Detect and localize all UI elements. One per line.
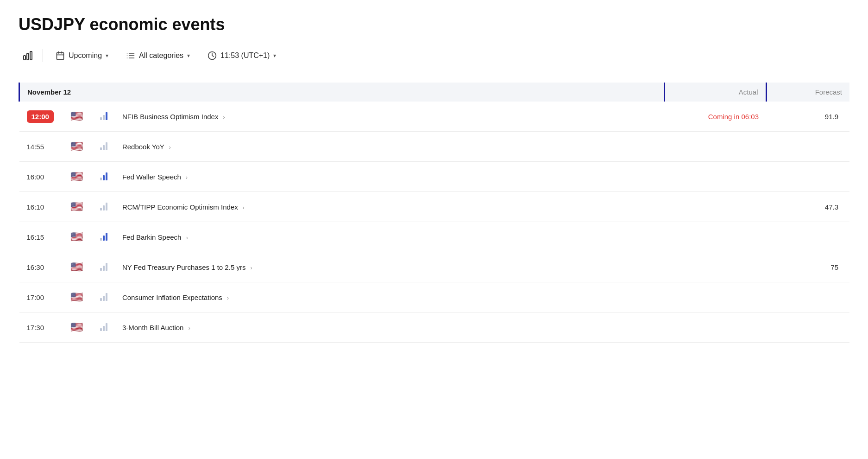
table-row[interactable]: 17:30🇺🇸 3-Month Bill Auction › [19,312,850,343]
table-row[interactable]: 16:15🇺🇸 Fed Barkin Speech › [19,222,850,252]
importance-bar-3 [106,112,107,120]
event-expand-chevron: › [251,265,252,271]
event-expand-chevron: › [223,114,225,121]
event-forecast: 47.3 [766,192,849,222]
event-time: 16:15 [19,222,61,252]
clock-icon [208,51,217,60]
importance-bar-3 [106,263,107,271]
event-actual [664,192,766,222]
events-table: November 12 Actual Forecast 12:00🇺🇸 NFIB… [19,83,849,343]
importance-bar-1 [100,178,102,180]
importance-bar-2 [103,115,105,120]
event-importance [93,102,115,132]
event-importance [93,222,115,252]
event-time: 16:30 [19,252,61,282]
flag-icon: 🇺🇸 [69,289,85,306]
event-name[interactable]: Redbook YoY › [115,132,664,162]
event-forecast [766,222,849,252]
event-name[interactable]: NY Fed Treasury Purchases 1 to 2.5 yrs › [115,252,664,282]
event-actual: Coming in 06:03 [664,102,766,132]
actual-column-header: Actual [664,83,766,102]
forecast-column-header: Forecast [766,83,849,102]
event-time: 12:00 [19,102,61,132]
table-row[interactable]: 14:55🇺🇸 Redbook YoY › [19,132,850,162]
event-name[interactable]: 3-Month Bill Auction › [115,312,664,343]
event-importance [93,312,115,343]
event-flag: 🇺🇸 [61,222,93,252]
event-importance [93,132,115,162]
event-actual [664,312,766,343]
importance-icon [100,323,107,331]
flag-icon: 🇺🇸 [69,259,85,275]
table-row[interactable]: 12:00🇺🇸 NFIB Business Optimism Index ›Co… [19,102,850,132]
event-forecast: 91.9 [766,102,849,132]
bar-chart-icon [22,50,33,61]
table-row[interactable]: 16:10🇺🇸 RCM/TIPP Economic Optimism Index… [19,192,850,222]
importance-bar-1 [100,238,102,241]
importance-bar-1 [100,298,102,301]
upcoming-label: Upcoming [69,51,102,60]
importance-bar-3 [106,323,107,331]
chart-icon-button[interactable] [19,48,37,63]
categories-filter-button[interactable]: All categories ▾ [119,47,197,64]
event-forecast [766,162,849,192]
event-name[interactable]: Fed Waller Speech › [115,162,664,192]
event-expand-chevron: › [186,235,188,241]
flag-icon: 🇺🇸 [69,229,85,245]
table-row[interactable]: 16:00🇺🇸 Fed Waller Speech › [19,162,850,192]
event-forecast [766,312,849,343]
flag-icon: 🇺🇸 [69,138,85,155]
svg-rect-3 [57,52,64,59]
importance-bar-1 [100,328,102,331]
categories-chevron: ▾ [187,52,190,59]
importance-bar-3 [106,172,107,180]
event-flag: 🇺🇸 [61,132,93,162]
importance-icon [100,293,107,301]
event-flag: 🇺🇸 [61,102,93,132]
importance-icon [100,142,107,150]
page-title: USDJPY economic events [19,15,849,34]
event-time: 16:00 [19,162,61,192]
list-icon [126,51,135,60]
event-name[interactable]: NFIB Business Optimism Index › [115,102,664,132]
importance-icon [100,202,107,210]
event-actual [664,282,766,312]
table-row[interactable]: 16:30🇺🇸 NY Fed Treasury Purchases 1 to 2… [19,252,850,282]
importance-bar-2 [103,236,105,241]
importance-bar-1 [100,208,102,210]
event-name[interactable]: Consumer Inflation Expectations › [115,282,664,312]
importance-bar-2 [103,266,105,271]
importance-bar-2 [103,205,105,210]
importance-bar-1 [100,147,102,150]
time-filter-button[interactable]: 11:53 (UTC+1) ▾ [201,47,283,64]
event-time: 17:30 [19,312,61,343]
event-flag: 🇺🇸 [61,252,93,282]
event-expand-chevron: › [227,295,229,301]
toolbar-divider [43,49,43,62]
event-forecast: 75 [766,252,849,282]
flag-icon: 🇺🇸 [69,319,85,336]
event-flag: 🇺🇸 [61,192,93,222]
importance-icon [100,232,107,241]
event-time: 17:00 [19,282,61,312]
upcoming-filter-button[interactable]: Upcoming ▾ [49,47,115,64]
time-label: 11:53 (UTC+1) [220,51,270,60]
importance-bar-1 [100,117,102,120]
importance-bar-2 [103,145,105,150]
event-expand-chevron: › [186,174,188,181]
event-importance [93,192,115,222]
event-name[interactable]: RCM/TIPP Economic Optimism Index › [115,192,664,222]
time-badge: 12:00 [27,110,54,123]
importance-bar-1 [100,268,102,271]
event-forecast [766,132,849,162]
svg-rect-1 [27,53,29,60]
event-importance [93,162,115,192]
toolbar: Upcoming ▾ All categories ▾ 11:53 (UTC+1… [19,47,849,71]
flag-icon: 🇺🇸 [69,168,85,185]
event-name[interactable]: Fed Barkin Speech › [115,222,664,252]
event-flag: 🇺🇸 [61,282,93,312]
importance-bar-2 [103,175,105,180]
table-row[interactable]: 17:00🇺🇸 Consumer Inflation Expectations … [19,282,850,312]
calendar-icon [56,51,65,60]
event-actual [664,132,766,162]
